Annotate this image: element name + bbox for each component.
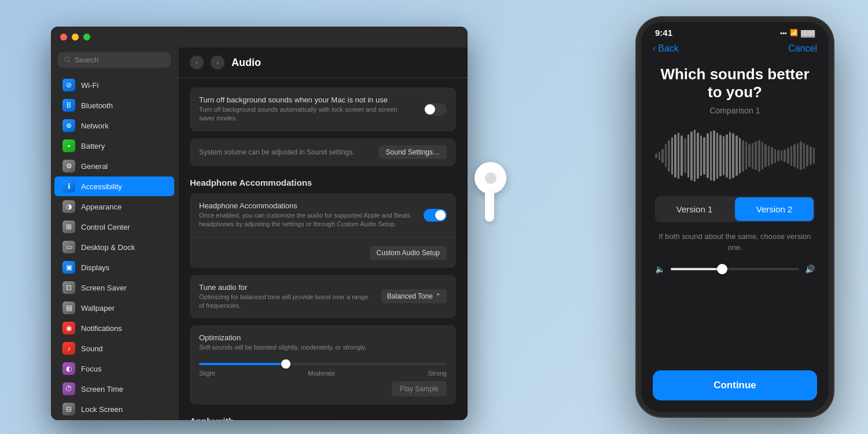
status-icons: ▪▪▪ 📶 ▓▓▓ [780, 29, 815, 36]
sidebar-item-privacy[interactable]: ⊕Privacy & Security [54, 420, 174, 420]
waveform-bar [768, 146, 770, 166]
optimization-label: Optimization [199, 333, 437, 342]
volume-slider[interactable] [671, 268, 799, 270]
waveform-bar [713, 130, 715, 181]
search-bar[interactable]: Search [58, 52, 171, 68]
custom-audio-setup-button[interactable]: Custom Audio Setup [370, 246, 447, 260]
slider-label-slight: Slight [199, 370, 215, 377]
sidebar-item-bluetooth[interactable]: BBluetooth [54, 95, 174, 115]
sidebar-item-notifications[interactable]: ◉Notifications [54, 318, 174, 338]
sidebar-item-wifi[interactable]: ⊘Wi-Fi [54, 75, 174, 95]
sidebar-item-lock[interactable]: ⊟Lock Screen [54, 399, 174, 419]
continue-button[interactable]: Continue [653, 370, 817, 400]
sidebar-item-appearance[interactable]: ◑Appearance [54, 197, 174, 216]
volume-thumb[interactable] [717, 264, 727, 274]
waveform-visualization [655, 127, 815, 185]
sidebar-item-displays[interactable]: ▣Displays [54, 258, 174, 277]
sidebar-item-wallpaper[interactable]: ▤Wallpaper [54, 298, 174, 318]
sidebar-item-label-desktop: Desktop & Dock [81, 243, 135, 252]
slider-thumb[interactable] [281, 359, 290, 369]
waveform-bar [752, 143, 754, 169]
content-scroll: Turn off background sounds when your Mac… [178, 78, 468, 420]
sidebar-item-screensaver[interactable]: ⊡Screen Saver [54, 278, 174, 297]
control-icon: ⊞ [62, 220, 75, 233]
sidebar-item-label-bluetooth: Bluetooth [81, 101, 113, 110]
sidebar-item-sound[interactable]: ♪Sound [54, 339, 174, 358]
slider-label-moderate: Moderate [308, 370, 334, 377]
version1-button[interactable]: Version 1 [655, 196, 734, 222]
waveform-bar [719, 135, 722, 176]
headphone-accommodations-toggle[interactable] [424, 209, 447, 222]
headphone-accommodations-desc: Once enabled, you can customize the audi… [199, 211, 414, 229]
sidebar-item-label-focus: Focus [81, 365, 101, 373]
waveform-bar [790, 146, 793, 166]
sidebar-item-label-battery: Battery [81, 142, 105, 150]
waveform-bar [703, 137, 705, 175]
waveform-bar [710, 131, 712, 181]
screentime-icon: ⏱ [62, 382, 75, 395]
sidebar-item-label-accessibility: Accessibility [81, 182, 122, 191]
headphone-accommodations-label: Headphone Accommodations [199, 201, 414, 210]
optimization-slider-track[interactable] [199, 363, 447, 365]
optimization-desc: Soft sounds will be boosted slightly, mo… [199, 343, 437, 352]
volume-low-icon: 🔈 [655, 264, 665, 274]
sidebar-item-label-wifi: Wi-Fi [81, 81, 98, 90]
traffic-lights [60, 34, 90, 41]
iphone-frame: 9:41 ▪▪▪ 📶 ▓▓▓ ‹ Back Cancel Which sound… [637, 17, 833, 417]
waveform-bar [771, 147, 773, 164]
window-body: Search ⊘Wi-FiBBluetooth⊕Network▪Battery⚙… [51, 47, 468, 420]
system-volume-text: System volume can be adjusted in Sound s… [199, 148, 355, 156]
close-button[interactable] [60, 34, 67, 41]
waveform-bar [684, 138, 686, 173]
waveform-bar [723, 136, 725, 175]
apply-with-section-title: Apply with [190, 411, 456, 420]
sidebar-item-screentime[interactable]: ⏱Screen Time [54, 379, 174, 399]
signal-icon: ▪▪▪ [780, 30, 787, 36]
sidebar-item-general[interactable]: ⚙General [54, 156, 174, 176]
sidebar-item-network[interactable]: ⊕Network [54, 116, 174, 135]
slider-labels: Slight Moderate Strong [199, 370, 447, 377]
volume-fill [671, 268, 722, 270]
tune-audio-row: Tune audio for Optimizing for balanced t… [190, 275, 456, 319]
sidebar-item-control[interactable]: ⊞Control Center [54, 217, 174, 237]
sound-settings-button[interactable]: Sound Settings… [379, 145, 447, 159]
waveform-bar [764, 144, 767, 167]
tune-audio-select[interactable]: Balanced Tone ⌃ [381, 289, 447, 303]
minimize-button[interactable] [72, 34, 79, 41]
status-time: 9:41 [655, 28, 672, 38]
headphone-section-title: Headphone Accommodations [190, 173, 456, 193]
forward-nav-button[interactable]: › [211, 56, 225, 69]
headphone-accommodations-text: Headphone Accommodations Once enabled, y… [199, 201, 414, 229]
sidebar-item-battery[interactable]: ▪Battery [54, 136, 174, 156]
version2-button[interactable]: Version 2 [735, 197, 814, 221]
network-icon: ⊕ [62, 119, 75, 132]
sidebar-item-accessibility[interactable]: ℹAccessibility [54, 176, 174, 196]
waveform-bar [726, 134, 728, 178]
bg-sounds-card: Turn off background sounds when your Mac… [190, 87, 456, 131]
search-placeholder: Search [75, 56, 98, 64]
headphone-accommodations-card: Headphone Accommodations Once enabled, y… [190, 193, 456, 268]
iphone-hint: If both sound about the same, choose ver… [655, 231, 815, 252]
general-icon: ⚙ [62, 160, 75, 172]
play-sample-button[interactable]: Play Sample [392, 381, 447, 396]
waveform-bar [687, 134, 690, 178]
waveform-bar [748, 144, 751, 167]
sidebar-item-desktop[interactable]: ▭Desktop & Dock [54, 237, 174, 257]
iphone-back-button[interactable]: ‹ Back [653, 43, 679, 54]
maximize-button[interactable] [83, 34, 90, 41]
tune-audio-value: Balanced Tone [387, 292, 433, 300]
waveform-bar [781, 150, 783, 161]
sidebar-item-focus[interactable]: ◐Focus [54, 359, 174, 378]
iphone-cancel-button[interactable]: Cancel [788, 43, 817, 54]
back-nav-button[interactable]: ‹ [190, 56, 204, 69]
waveform-bar [813, 148, 815, 164]
sidebar-item-label-notifications: Notifications [81, 324, 122, 333]
waveform-bar [739, 138, 741, 174]
sidebar: Search ⊘Wi-FiBBluetooth⊕Network▪Battery⚙… [51, 47, 178, 420]
waveform-bar [774, 149, 777, 163]
slider-label-strong: Strong [428, 370, 447, 377]
waveform-bar [732, 133, 734, 178]
bg-sounds-toggle[interactable] [424, 103, 447, 116]
waveform-bar [800, 141, 802, 170]
system-volume-row: System volume can be adjusted in Sound s… [190, 138, 456, 166]
